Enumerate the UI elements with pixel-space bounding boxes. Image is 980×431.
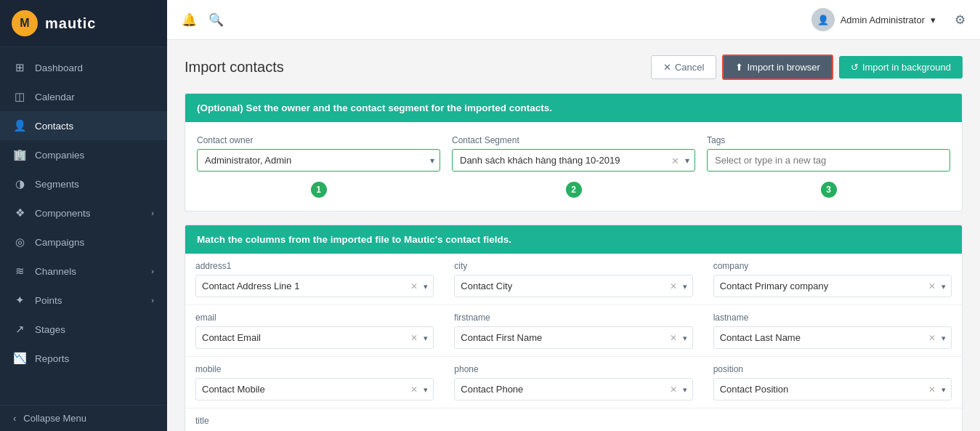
app-name: mautic — [45, 15, 96, 32]
lastname-select[interactable]: Contact Last Name — [713, 326, 952, 349]
bell-icon[interactable]: 🔔 — [182, 12, 197, 28]
companies-icon: 🏢 — [13, 148, 26, 161]
main-content: 🔔 🔍 👤 Admin Administrator ▾ ⚙ Import con… — [167, 0, 980, 431]
position-select[interactable]: Contact Position — [713, 378, 952, 400]
chevron-left-icon: ‹ — [13, 413, 16, 424]
mapping-section-body: address1 Contact Address Line 1 ✕ city — [185, 254, 962, 431]
sidebar-item-label: Points — [35, 295, 62, 306]
mapping-col-lastname: lastname Contact Last Name ✕ — [703, 305, 962, 356]
upload-icon: ⬆ — [735, 62, 743, 73]
city-clear-icon[interactable]: ✕ — [670, 281, 677, 291]
chevron-right-icon: › — [151, 296, 154, 305]
page-title: Import contacts — [185, 59, 284, 76]
sidebar-item-label: Stages — [35, 324, 65, 335]
optional-section-header: (Optional) Set the owner and the contact… — [185, 94, 962, 122]
sidebar-item-label: Calendar — [35, 92, 75, 102]
contact-owner-select[interactable]: Administrator, Admin — [197, 149, 440, 172]
firstname-select[interactable]: Contact First Name — [454, 326, 692, 349]
calendar-icon: ◫ — [13, 90, 26, 103]
position-select-wrap: Contact Position ✕ — [713, 378, 952, 400]
email-select[interactable]: Contact Email — [195, 326, 434, 349]
channels-icon: ≋ — [13, 265, 26, 278]
city-select-wrap: Contact City ✕ — [454, 275, 692, 297]
sidebar-item-label: Contacts — [35, 121, 73, 132]
tags-group: Tags — [707, 135, 950, 172]
contact-owner-label: Contact owner — [197, 135, 440, 145]
sidebar-item-campaigns[interactable]: ◎ Campaigns — [0, 227, 167, 257]
mobile-select[interactable]: Contact Mobile — [195, 378, 434, 400]
import-browser-button[interactable]: ⬆ Import in browser — [722, 55, 833, 80]
times-icon: ✕ — [663, 62, 671, 73]
segments-icon: ◑ — [13, 177, 26, 190]
badge-row: 1 2 3 — [197, 174, 950, 198]
mapping-col-firstname: firstname Contact First Name ✕ — [444, 305, 702, 356]
avatar: 👤 — [811, 8, 835, 31]
lastname-clear-icon[interactable]: ✕ — [928, 333, 936, 343]
sidebar-item-label: Companies — [35, 150, 84, 161]
firstname-clear-icon[interactable]: ✕ — [670, 333, 677, 343]
sidebar-item-calendar[interactable]: ◫ Calendar — [0, 82, 167, 111]
owner-segment-row: Contact owner Administrator, Admin Conta… — [197, 135, 950, 172]
sidebar-item-points[interactable]: ✦ Points › — [0, 286, 167, 315]
sidebar-item-components[interactable]: ❖ Components › — [0, 198, 167, 227]
user-name: Admin Administrator — [841, 15, 925, 25]
settings-icon[interactable]: ⚙ — [955, 12, 965, 28]
col-label-lastname: lastname — [713, 313, 952, 323]
campaigns-icon: ◎ — [13, 235, 26, 249]
mapping-col-address1: address1 Contact Address Line 1 ✕ — [185, 254, 444, 305]
sidebar-item-dashboard[interactable]: ⊞ Dashboard — [0, 53, 167, 82]
stages-icon: ↗ — [13, 323, 26, 336]
mobile-select-wrap: Contact Mobile ✕ — [195, 378, 434, 400]
content-area: Import contacts ✕ Cancel ⬆ Import in bro… — [167, 40, 980, 431]
sidebar-item-reports[interactable]: 📉 Reports — [0, 344, 167, 373]
sidebar-item-segments[interactable]: ◑ Segments — [0, 169, 167, 198]
mobile-clear-icon[interactable]: ✕ — [410, 384, 418, 395]
contact-segment-select-wrapper: Danh sách khách hàng tháng 10-2019 ✕ — [452, 149, 695, 172]
address1-select[interactable]: Contact Address Line 1 — [195, 275, 434, 297]
sidebar-item-stages[interactable]: ↗ Stages — [0, 315, 167, 344]
contact-segment-label: Contact Segment — [452, 135, 695, 145]
sidebar-item-contacts[interactable]: 👤 Contacts — [0, 111, 167, 140]
city-select[interactable]: Contact City — [454, 275, 692, 297]
import-background-button[interactable]: ↺ Import in background — [839, 56, 963, 78]
cancel-button[interactable]: ✕ Cancel — [651, 55, 716, 79]
mapping-section-header: Match the columns from the imported file… — [185, 225, 962, 254]
col-label-phone: phone — [454, 364, 692, 374]
sidebar-item-label: Dashboard — [35, 63, 83, 73]
mapping-col-email: email Contact Email ✕ — [185, 305, 444, 356]
badge-2: 2 — [566, 182, 582, 198]
col-label-city: city — [454, 261, 692, 271]
col-label-position: position — [713, 364, 952, 374]
refresh-icon: ↺ — [851, 62, 859, 73]
collapse-menu-button[interactable]: ‹ Collapse Menu — [0, 405, 167, 431]
cancel-label: Cancel — [675, 62, 704, 73]
col-label-email: email — [195, 313, 434, 323]
sidebar-item-label: Reports — [35, 353, 69, 364]
contacts-icon: 👤 — [13, 119, 26, 132]
sidebar-item-channels[interactable]: ≋ Channels › — [0, 257, 167, 286]
sidebar-nav: ⊞ Dashboard ◫ Calendar 👤 Contacts 🏢 Comp… — [0, 47, 167, 405]
search-icon[interactable]: 🔍 — [208, 12, 224, 28]
mapping-col-position: position Contact Position ✕ — [703, 357, 962, 408]
contact-segment-select[interactable]: Danh sách khách hàng tháng 10-2019 — [452, 149, 695, 172]
company-clear-icon[interactable]: ✕ — [928, 281, 936, 291]
optional-section-body: Contact owner Administrator, Admin Conta… — [185, 122, 962, 211]
mapping-col-company: company Contact Primary company ✕ — [703, 254, 962, 305]
col-label-company: company — [713, 261, 952, 271]
phone-clear-icon[interactable]: ✕ — [670, 384, 677, 395]
address1-clear-icon[interactable]: ✕ — [410, 281, 418, 291]
segment-clear-icon[interactable]: ✕ — [671, 155, 679, 166]
position-clear-icon[interactable]: ✕ — [928, 384, 936, 395]
import-browser-label: Import in browser — [747, 62, 819, 73]
col-label-title: title — [195, 416, 434, 426]
email-clear-icon[interactable]: ✕ — [410, 333, 418, 343]
lastname-select-wrap: Contact Last Name ✕ — [713, 326, 952, 349]
col-label-mobile: mobile — [195, 364, 434, 374]
tags-input[interactable] — [707, 149, 950, 172]
user-menu[interactable]: 👤 Admin Administrator ▾ — [811, 8, 936, 31]
phone-select[interactable]: Contact Phone — [454, 378, 692, 400]
company-select[interactable]: Contact Primary company — [713, 275, 952, 297]
badge-3: 3 — [821, 182, 837, 198]
firstname-select-wrap: Contact First Name ✕ — [454, 326, 692, 349]
sidebar-item-companies[interactable]: 🏢 Companies — [0, 140, 167, 169]
